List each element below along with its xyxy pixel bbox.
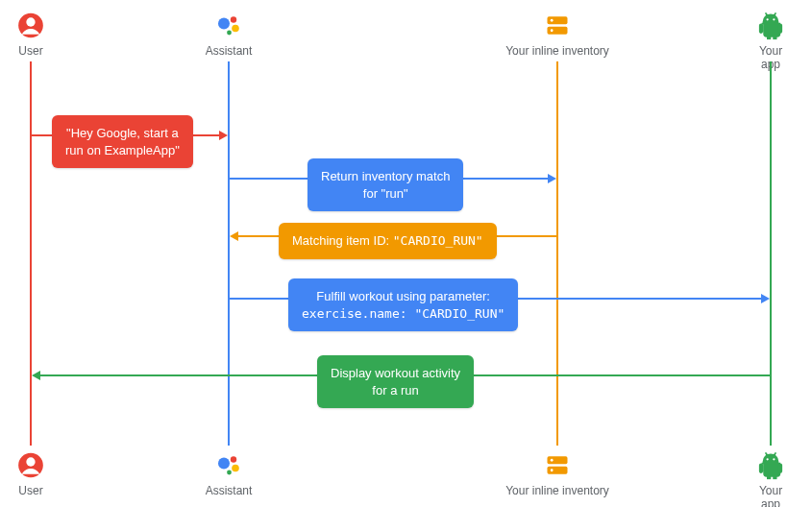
svg-point-14 <box>218 458 230 470</box>
svg-point-23 <box>773 458 775 460</box>
assistant-icon-bottom <box>215 452 242 482</box>
lane-label-app-bottom: Your app <box>750 484 792 507</box>
lifeline-assistant <box>228 61 230 446</box>
arrowhead-m5 <box>32 371 40 380</box>
lifeline-inventory <box>556 61 558 446</box>
svg-point-4 <box>232 25 239 33</box>
svg-point-10 <box>767 18 769 20</box>
user-icon <box>17 12 44 42</box>
arrowhead-m4 <box>761 294 770 303</box>
svg-point-17 <box>227 471 232 475</box>
lifeline-app <box>770 61 772 446</box>
lane-label-assistant-bottom: Assistant <box>206 484 253 497</box>
svg-point-9 <box>551 29 554 32</box>
message-m4-prefix: Fulfill workout using parameter: <box>316 289 490 303</box>
svg-rect-18 <box>548 456 568 464</box>
svg-point-1 <box>26 17 35 26</box>
svg-point-19 <box>551 459 554 462</box>
svg-point-3 <box>231 16 236 22</box>
arrowhead-m3 <box>230 231 238 241</box>
lane-label-inventory-bottom: Your inline inventory <box>505 484 609 497</box>
android-icon-bottom <box>756 451 785 483</box>
message-m3-prefix: Matching item ID: <box>292 233 393 248</box>
message-m4-code: exercise.name: "CARDIO_RUN" <box>302 306 504 321</box>
arrowhead-m2 <box>548 174 556 183</box>
message-matching-item-id: Matching item ID: "CARDIO_RUN" <box>279 223 497 259</box>
sequence-diagram: User Assistant Your inline inventory You… <box>0 0 812 507</box>
svg-point-16 <box>232 465 239 472</box>
svg-rect-20 <box>548 467 568 474</box>
user-icon-bottom <box>17 452 44 482</box>
svg-rect-8 <box>548 27 568 35</box>
lifeline-user <box>30 61 32 446</box>
lane-label-inventory-top: Your inline inventory <box>505 44 609 58</box>
message-display-workout-activity: Display workout activity for a run <box>317 355 474 408</box>
svg-point-5 <box>227 31 232 36</box>
arrowhead-m1 <box>219 131 228 140</box>
android-icon <box>756 12 785 43</box>
svg-point-11 <box>773 18 775 20</box>
svg-point-22 <box>767 458 769 460</box>
svg-point-21 <box>551 469 554 471</box>
lane-label-user-bottom: User <box>18 484 42 497</box>
message-user-utterance: "Hey Google, start a run on ExampleApp" <box>52 115 193 168</box>
lane-label-assistant-top: Assistant <box>206 44 253 58</box>
inventory-icon <box>544 12 571 42</box>
lane-label-user-top: User <box>18 44 42 58</box>
svg-point-2 <box>218 18 230 30</box>
inventory-icon-bottom <box>544 452 571 482</box>
svg-point-15 <box>231 456 236 462</box>
svg-point-7 <box>551 19 554 22</box>
message-fulfill-workout: Fulfill workout using parameter: exercis… <box>288 278 518 331</box>
svg-rect-6 <box>548 16 568 24</box>
message-return-inventory-match: Return inventory match for "run" <box>308 158 463 211</box>
svg-point-13 <box>26 457 35 466</box>
assistant-icon <box>215 12 242 42</box>
message-m3-code: "CARDIO_RUN" <box>393 233 483 248</box>
